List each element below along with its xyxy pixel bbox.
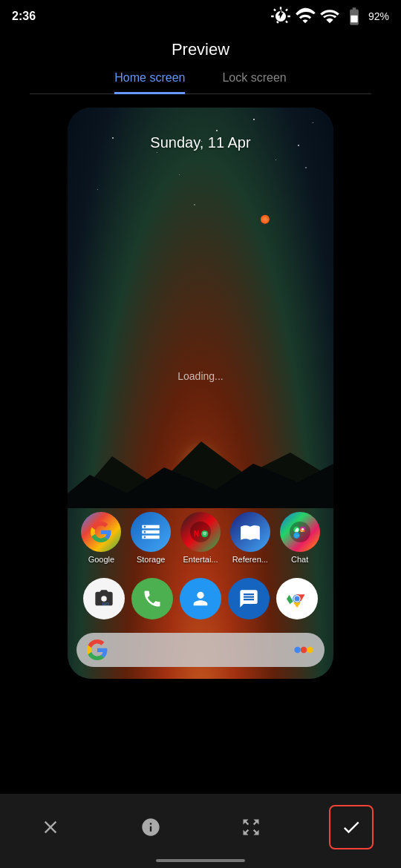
dock-row: GO	[68, 578, 333, 619]
messages-logo	[238, 588, 259, 609]
expand-icon	[241, 817, 261, 838]
svg-point-17	[301, 647, 307, 653]
time: 2:36	[12, 10, 36, 23]
chrome-logo	[287, 588, 307, 609]
google-icon	[81, 512, 121, 552]
contacts-logo	[190, 588, 211, 609]
google-label: Google	[88, 555, 114, 564]
entertainment-label: Entertai...	[183, 555, 218, 564]
svg-point-16	[294, 647, 300, 653]
close-icon	[40, 817, 61, 838]
reference-icon	[230, 512, 270, 552]
dock-camera[interactable]: GO	[83, 578, 125, 619]
action-bar	[0, 794, 401, 868]
loading-text: Loading...	[68, 370, 333, 382]
app-entertainment[interactable]: N Entertai...	[180, 512, 221, 564]
app-chat[interactable]: 🐦 Chat	[280, 512, 320, 564]
app-row: Google Storage N	[68, 512, 333, 564]
alarm-icon	[270, 6, 291, 27]
tab-lock-screen[interactable]: Lock screen	[222, 71, 286, 93]
chat-icon: 🐦	[280, 512, 320, 552]
tab-home-screen[interactable]: Home screen	[114, 71, 185, 94]
svg-point-5	[201, 530, 208, 537]
svg-text:🐦: 🐦	[294, 533, 299, 539]
status-bar: 2:36 92%	[0, 0, 401, 30]
app-reference[interactable]: Referen...	[230, 512, 270, 564]
google-logo	[91, 522, 111, 542]
entertainment-icon: N	[180, 512, 221, 552]
reference-label: Referen...	[232, 555, 268, 564]
dock-chrome[interactable]	[276, 578, 318, 619]
expand-button[interactable]	[229, 805, 273, 849]
confirm-button[interactable]	[329, 805, 374, 849]
wifi-icon	[295, 6, 316, 27]
assistant-icon	[293, 640, 314, 660]
preview-wrapper: Sunday, 11 Apr Loading... Google	[0, 94, 401, 686]
storage-label: Storage	[137, 555, 166, 564]
svg-point-15	[295, 596, 300, 602]
tabs-container: Home screen Lock screen	[30, 67, 371, 94]
dock-phone[interactable]	[131, 578, 173, 619]
battery-icon	[344, 6, 365, 27]
camera-logo: GO	[94, 588, 114, 609]
reference-logo	[240, 522, 261, 542]
svg-point-9	[301, 528, 304, 530]
svg-point-6	[290, 522, 310, 542]
dock-contacts[interactable]	[180, 578, 221, 619]
svg-point-18	[307, 647, 313, 653]
status-icons: 92%	[270, 6, 389, 27]
entertainment-logo: N	[190, 522, 211, 542]
storage-icon	[131, 512, 171, 552]
signal-icon	[319, 6, 340, 27]
storage-logo	[140, 522, 161, 542]
svg-rect-0	[351, 16, 357, 22]
home-indicator	[156, 859, 245, 862]
app-google[interactable]: Google	[81, 512, 121, 564]
chat-logo: 🐦	[290, 522, 310, 542]
svg-text:N: N	[194, 530, 199, 538]
search-g-icon	[87, 640, 108, 660]
cancel-button[interactable]	[28, 805, 73, 849]
check-icon	[341, 817, 362, 838]
search-bar[interactable]	[76, 633, 325, 667]
phone-preview: Sunday, 11 Apr Loading... Google	[68, 108, 333, 679]
mountains	[68, 434, 333, 508]
info-icon	[140, 817, 161, 838]
phone-logo	[142, 588, 163, 609]
info-button[interactable]	[128, 805, 173, 849]
battery-percent: 92%	[368, 10, 389, 22]
page-title: Preview	[0, 30, 401, 67]
chat-label: Chat	[291, 555, 308, 564]
preview-date: Sunday, 11 Apr	[68, 134, 333, 151]
dock-messages[interactable]	[228, 578, 270, 619]
app-storage[interactable]: Storage	[131, 512, 171, 564]
svg-text:GO: GO	[102, 602, 109, 606]
